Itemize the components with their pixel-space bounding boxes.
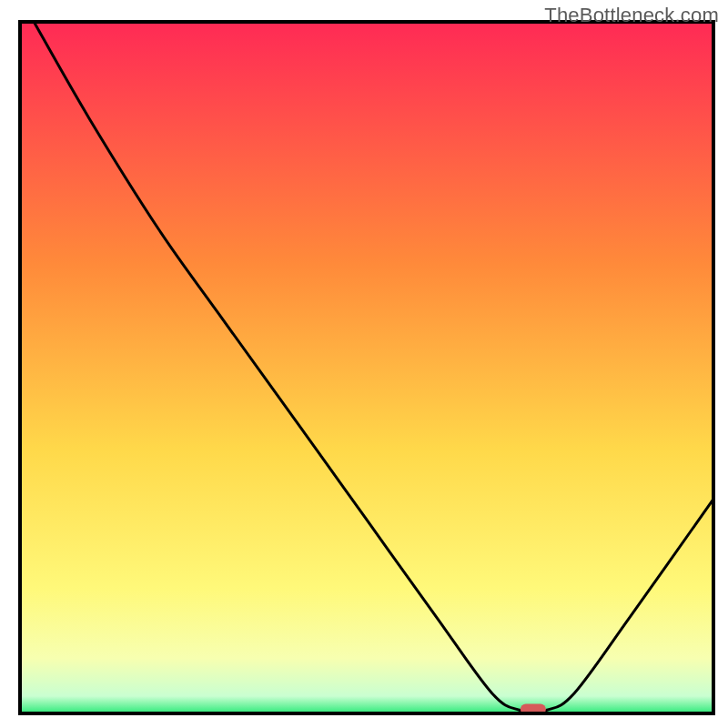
chart-container: TheBottleneck.com xyxy=(0,0,728,728)
bottleneck-chart xyxy=(0,0,728,728)
watermark-text: TheBottleneck.com xyxy=(544,4,719,27)
plot-background xyxy=(20,22,713,713)
